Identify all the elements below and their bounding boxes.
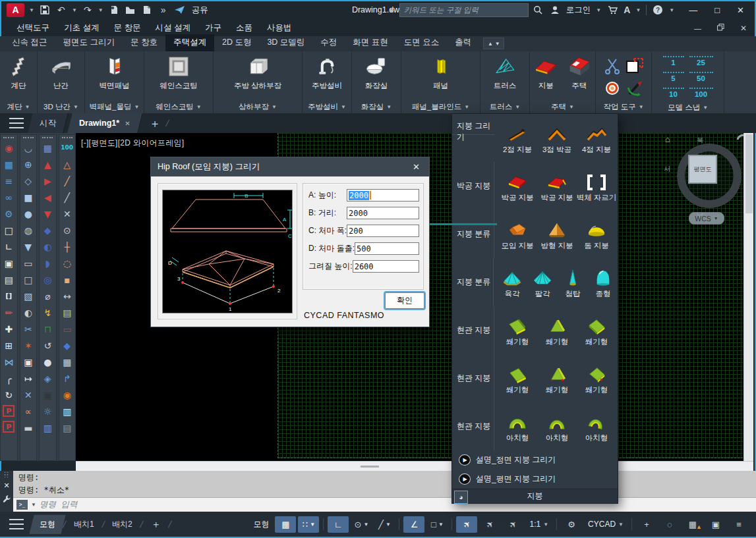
clip-square-icon[interactable] [625,57,644,77]
orange-lens-icon[interactable]: ◉ [60,387,74,403]
ribbon-button-cabinet[interactable]: 주방 상하부장 [214,53,302,91]
hip-roof-button[interactable]: 모임 지붕 [498,218,537,251]
file-tabs-menu-icon[interactable] [9,118,24,128]
ribbon-tab[interactable]: 2D 도형 [214,34,259,51]
union-3d-icon[interactable]: ▧ [21,288,36,304]
command-input[interactable]: 명령 입력 [40,499,78,510]
cube-corner-icon[interactable]: ◆ [40,222,55,238]
wrench-icon[interactable] [3,494,11,506]
palette-drag-handle[interactable] [42,137,53,138]
clean-screen[interactable]: ▣ [705,516,726,533]
copy-tool-icon[interactable]: ⊞ [1,337,16,354]
ribbon-button-faucet[interactable]: 주방설비 [303,53,351,91]
grid-toggle[interactable]: ▦ [275,516,296,533]
draworder-under-icon[interactable]: ▼ [40,205,55,222]
app-logo[interactable]: A [7,3,24,17]
doc-page-icon[interactable]: ▥ [60,403,74,419]
wedge-roof-1-button[interactable]: 쐐기형 [498,314,537,347]
ribbon-tab[interactable]: 신속 접근 [4,34,55,51]
ribbon-panel-footer[interactable]: 트러스▼ [480,101,529,113]
palette-drag-handle[interactable] [23,137,34,138]
otrack-toggle[interactable]: ∠ [403,516,424,533]
model-space-button[interactable]: 모형 [249,516,273,533]
eraser-icon[interactable]: ✏ [1,304,16,321]
slab-3d-icon[interactable]: ▭ [21,255,36,271]
ribbon-tab[interactable]: 평면도 그리기 [55,34,122,51]
tab-close-icon[interactable]: ✕ [125,120,130,127]
ribbon-panel-footer[interactable]: 모델 스냅▼ [652,102,724,113]
search-icon[interactable] [532,5,544,15]
sphere-blob-icon[interactable]: ● [21,205,36,222]
sphere-white-icon[interactable]: ● [40,354,55,370]
doc-restore-button[interactable] [717,24,724,32]
wedge-roof-2-button[interactable]: 쐐기형 [538,314,576,347]
field-input[interactable]: 2000 [347,189,419,202]
flash-box-icon[interactable]: ↯ [40,304,55,321]
field-input[interactable]: 2600 [353,260,419,273]
ribbon-panel-footer[interactable]: 화장실▼ [352,101,401,113]
flyout-help-link[interactable]: ▶설명_정면 지붕 그리기 [452,450,618,470]
layout-tab-모형[interactable]: 모형 [29,515,65,534]
command-close-icon[interactable]: ✕ [3,481,9,490]
ribbon-panel-footer[interactable]: 벽패널_몰딩▼ [85,101,144,113]
wedge-roof-3-button[interactable]: 쐐기형 [577,314,616,347]
ribbon-button-wall-panel[interactable]: 벽면패널 [85,53,144,91]
arch-roof-2-button[interactable]: 아치형 [538,410,576,443]
ortho-toggle[interactable]: ∟ [328,516,349,533]
red-frame-icon[interactable]: ▭ [60,321,74,337]
gable-roof-button[interactable]: 박공 지붕 [498,170,537,203]
scissors-icon[interactable] [604,57,621,77]
ribbon-tab[interactable]: 화면 표현 [345,34,395,51]
node-line-icon[interactable]: ╱ [60,173,74,189]
ribbon-tab[interactable]: 주택설계 [165,34,214,51]
gear-line-icon[interactable]: ⚙ [1,205,16,222]
pin-icon[interactable]: ◕ [454,491,468,504]
p-marker-icon[interactable]: P [3,405,15,417]
sweep-tool-icon[interactable] [625,80,644,99]
ribbon-panel-footer[interactable]: 주방설비▼ [303,101,351,113]
arch-roof-1-button[interactable]: 아치형 [498,410,537,443]
crosshair-tool[interactable]: + [636,516,657,533]
command-window-grip[interactable]: ∷∷ ✕ [0,471,13,512]
new-layout-button[interactable]: ＋ [151,518,161,531]
autodesk-caret-icon[interactable]: ▼ [635,7,641,13]
command-prompt-icon[interactable]: >_ [16,500,28,510]
dialog-title-bar[interactable]: Hip Roof (모임 지붕) 그리기 ✕ [151,157,429,176]
app-menu-caret-icon[interactable]: ▼ [29,7,34,13]
model-snap-value[interactable]: 50 [689,72,713,86]
wedge-roof-6-button[interactable]: 쐐기형 [577,362,616,395]
node-link-icon[interactable]: ∝ [21,403,36,419]
ribbon-panel-footer[interactable]: 계단▼ [0,101,37,113]
ribbon-tab[interactable]: 3D 모델링 [259,34,312,51]
copy-view-icon[interactable]: ▥ [40,419,55,436]
app-store-cart-icon[interactable] [606,5,618,15]
wcs-dropdown[interactable]: WCS▼ [689,212,724,225]
plot-icon[interactable] [108,5,120,15]
layout-menu-icon[interactable] [9,519,24,529]
annotation-visibility[interactable]: ✈ [502,516,523,533]
ribbon-button-stairs[interactable]: 계단 [0,53,37,91]
roof-4pt-button[interactable]: 4점 지붕 [577,122,616,155]
insert-block-icon[interactable]: ◉ [1,140,16,156]
bell-roof-button[interactable]: 종형 [589,266,618,299]
annotation-scale[interactable]: 1:1▼ [525,516,552,533]
dim-tool-icon[interactable]: ↔ [60,288,74,304]
viewcube-home-icon[interactable]: ⌂ [665,134,670,144]
ribbon-button-roof[interactable]: 지붕 [530,53,562,91]
bracket-pair-icon[interactable]: [] [1,288,16,304]
customization-menu[interactable]: ≡ [728,516,749,533]
ribbon-button-toilet[interactable]: 화장실 [352,53,401,91]
panel-strip-icon[interactable]: ▬ [21,419,36,436]
cube-3d-icon[interactable]: □ [21,271,36,288]
polar-toggle[interactable]: ⊙▼ [351,516,372,533]
spire-roof-button[interactable]: 첨탑 [558,266,587,299]
camera-icon[interactable]: ▣ [40,387,55,403]
fillet-arc-icon[interactable]: ╭ [1,370,16,387]
swirl-icon[interactable]: ◎ [40,271,55,288]
cone-3d-icon[interactable]: ▼ [21,238,36,255]
redo-caret-icon[interactable]: ▼ [98,7,103,13]
node-ring-icon[interactable]: ◌ [60,255,74,271]
pill-3d-icon[interactable]: ◗ [40,255,55,271]
ruler-icon[interactable]: ▤ [60,304,74,321]
ribbon-collapse-button[interactable]: ▲▼ [483,38,504,49]
